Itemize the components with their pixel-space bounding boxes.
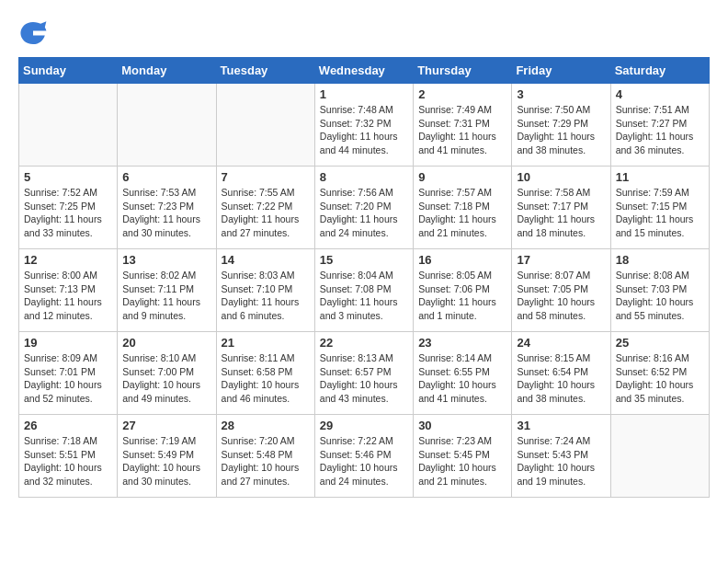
day-number: 19: [24, 336, 112, 350]
day-cell: 20Sunrise: 8:10 AM Sunset: 7:00 PM Dayli…: [118, 332, 216, 415]
day-number: 30: [418, 419, 506, 432]
day-number: 25: [616, 336, 704, 350]
day-info: Sunrise: 7:57 AM Sunset: 7:18 PM Dayligh…: [418, 186, 506, 240]
week-row-2: 5Sunrise: 7:52 AM Sunset: 7:25 PM Daylig…: [19, 167, 710, 249]
day-cell: 13Sunrise: 8:02 AM Sunset: 7:11 PM Dayli…: [118, 249, 216, 332]
day-number: 1: [320, 87, 408, 101]
day-number: 5: [24, 170, 112, 184]
day-info: Sunrise: 8:08 AM Sunset: 7:03 PM Dayligh…: [616, 269, 704, 323]
day-cell: [19, 84, 118, 167]
day-number: 6: [122, 170, 210, 184]
logo: [18, 18, 51, 48]
day-cell: 2Sunrise: 7:49 AM Sunset: 7:31 PM Daylig…: [414, 84, 512, 167]
day-info: Sunrise: 7:49 AM Sunset: 7:31 PM Dayligh…: [418, 103, 506, 157]
day-cell: 19Sunrise: 8:09 AM Sunset: 7:01 PM Dayli…: [19, 332, 118, 415]
day-cell: 3Sunrise: 7:50 AM Sunset: 7:29 PM Daylig…: [512, 84, 610, 167]
day-cell: 8Sunrise: 7:56 AM Sunset: 7:20 PM Daylig…: [314, 167, 413, 249]
day-info: Sunrise: 8:02 AM Sunset: 7:11 PM Dayligh…: [122, 269, 210, 323]
day-number: 8: [320, 170, 408, 184]
day-info: Sunrise: 8:16 AM Sunset: 6:52 PM Dayligh…: [616, 351, 704, 406]
day-number: 13: [122, 253, 210, 267]
day-cell: 10Sunrise: 7:58 AM Sunset: 7:17 PM Dayli…: [512, 167, 610, 249]
day-info: Sunrise: 7:58 AM Sunset: 7:17 PM Dayligh…: [517, 186, 605, 240]
header-saturday: Saturday: [610, 58, 709, 84]
day-info: Sunrise: 8:10 AM Sunset: 7:00 PM Dayligh…: [122, 351, 210, 406]
day-number: 27: [122, 419, 210, 432]
day-info: Sunrise: 8:05 AM Sunset: 7:06 PM Dayligh…: [418, 269, 506, 323]
day-info: Sunrise: 8:15 AM Sunset: 6:54 PM Dayligh…: [517, 351, 605, 406]
day-cell: 27Sunrise: 7:19 AM Sunset: 5:49 PM Dayli…: [118, 415, 216, 498]
header-monday: Monday: [118, 58, 216, 84]
header-tuesday: Tuesday: [216, 58, 314, 84]
day-info: Sunrise: 8:14 AM Sunset: 6:55 PM Dayligh…: [418, 351, 506, 406]
day-cell: 6Sunrise: 7:53 AM Sunset: 7:23 PM Daylig…: [118, 167, 216, 249]
day-info: Sunrise: 7:55 AM Sunset: 7:22 PM Dayligh…: [222, 186, 310, 240]
day-cell: [118, 84, 216, 167]
day-cell: 1Sunrise: 7:48 AM Sunset: 7:32 PM Daylig…: [314, 84, 413, 167]
day-cell: 17Sunrise: 8:07 AM Sunset: 7:05 PM Dayli…: [512, 249, 610, 332]
day-cell: 14Sunrise: 8:03 AM Sunset: 7:10 PM Dayli…: [216, 249, 314, 332]
day-cell: 7Sunrise: 7:55 AM Sunset: 7:22 PM Daylig…: [216, 167, 314, 249]
day-cell: 24Sunrise: 8:15 AM Sunset: 6:54 PM Dayli…: [512, 332, 610, 415]
day-cell: 25Sunrise: 8:16 AM Sunset: 6:52 PM Dayli…: [610, 332, 709, 415]
day-info: Sunrise: 7:48 AM Sunset: 7:32 PM Dayligh…: [320, 103, 408, 157]
day-number: 17: [517, 253, 605, 267]
day-cell: 29Sunrise: 7:22 AM Sunset: 5:46 PM Dayli…: [314, 415, 413, 498]
day-number: 29: [320, 419, 408, 432]
day-number: 12: [24, 253, 112, 267]
day-info: Sunrise: 8:13 AM Sunset: 6:57 PM Dayligh…: [320, 351, 408, 406]
week-row-4: 19Sunrise: 8:09 AM Sunset: 7:01 PM Dayli…: [19, 332, 710, 415]
day-number: 9: [418, 170, 506, 184]
day-cell: 16Sunrise: 8:05 AM Sunset: 7:06 PM Dayli…: [414, 249, 512, 332]
day-number: 11: [616, 170, 704, 184]
day-cell: 9Sunrise: 7:57 AM Sunset: 7:18 PM Daylig…: [414, 167, 512, 249]
day-number: 10: [517, 170, 605, 184]
day-number: 24: [517, 336, 605, 350]
header-row: SundayMondayTuesdayWednesdayThursdayFrid…: [19, 58, 710, 84]
header-friday: Friday: [512, 58, 610, 84]
day-number: 21: [222, 336, 310, 350]
header-thursday: Thursday: [414, 58, 512, 84]
day-info: Sunrise: 7:52 AM Sunset: 7:25 PM Dayligh…: [24, 186, 112, 240]
day-info: Sunrise: 7:56 AM Sunset: 7:20 PM Dayligh…: [320, 186, 408, 240]
day-info: Sunrise: 7:20 AM Sunset: 5:48 PM Dayligh…: [222, 434, 310, 488]
day-number: 31: [517, 419, 605, 432]
day-number: 20: [122, 336, 210, 350]
day-cell: 15Sunrise: 8:04 AM Sunset: 7:08 PM Dayli…: [314, 249, 413, 332]
week-row-5: 26Sunrise: 7:18 AM Sunset: 5:51 PM Dayli…: [19, 415, 710, 498]
header-sunday: Sunday: [19, 58, 118, 84]
day-number: 2: [418, 87, 506, 101]
day-info: Sunrise: 7:22 AM Sunset: 5:46 PM Dayligh…: [320, 434, 408, 488]
day-number: 26: [24, 419, 112, 432]
day-cell: 11Sunrise: 7:59 AM Sunset: 7:15 PM Dayli…: [610, 167, 709, 249]
day-cell: 28Sunrise: 7:20 AM Sunset: 5:48 PM Dayli…: [216, 415, 314, 498]
day-number: 3: [517, 87, 605, 101]
day-info: Sunrise: 8:00 AM Sunset: 7:13 PM Dayligh…: [24, 269, 112, 323]
logo-icon: [18, 18, 48, 48]
day-info: Sunrise: 8:11 AM Sunset: 6:58 PM Dayligh…: [222, 351, 310, 406]
day-number: 7: [222, 170, 310, 184]
day-info: Sunrise: 7:51 AM Sunset: 7:27 PM Dayligh…: [616, 103, 704, 157]
day-number: 23: [418, 336, 506, 350]
day-cell: [610, 415, 709, 498]
header-wednesday: Wednesday: [314, 58, 413, 84]
day-number: 18: [616, 253, 704, 267]
day-cell: 26Sunrise: 7:18 AM Sunset: 5:51 PM Dayli…: [19, 415, 118, 498]
week-row-1: 1Sunrise: 7:48 AM Sunset: 7:32 PM Daylig…: [19, 84, 710, 167]
day-info: Sunrise: 8:04 AM Sunset: 7:08 PM Dayligh…: [320, 269, 408, 323]
day-info: Sunrise: 7:23 AM Sunset: 5:45 PM Dayligh…: [418, 434, 506, 488]
day-info: Sunrise: 7:50 AM Sunset: 7:29 PM Dayligh…: [517, 103, 605, 157]
day-cell: 4Sunrise: 7:51 AM Sunset: 7:27 PM Daylig…: [610, 84, 709, 167]
day-cell: 30Sunrise: 7:23 AM Sunset: 5:45 PM Dayli…: [414, 415, 512, 498]
day-number: 4: [616, 87, 704, 101]
day-number: 16: [418, 253, 506, 267]
page-header: [18, 18, 710, 48]
day-info: Sunrise: 7:18 AM Sunset: 5:51 PM Dayligh…: [24, 434, 112, 488]
calendar-table: SundayMondayTuesdayWednesdayThursdayFrid…: [18, 57, 710, 498]
day-cell: 23Sunrise: 8:14 AM Sunset: 6:55 PM Dayli…: [414, 332, 512, 415]
day-number: 28: [222, 419, 310, 432]
day-info: Sunrise: 8:07 AM Sunset: 7:05 PM Dayligh…: [517, 269, 605, 323]
day-cell: 31Sunrise: 7:24 AM Sunset: 5:43 PM Dayli…: [512, 415, 610, 498]
day-cell: 18Sunrise: 8:08 AM Sunset: 7:03 PM Dayli…: [610, 249, 709, 332]
week-row-3: 12Sunrise: 8:00 AM Sunset: 7:13 PM Dayli…: [19, 249, 710, 332]
